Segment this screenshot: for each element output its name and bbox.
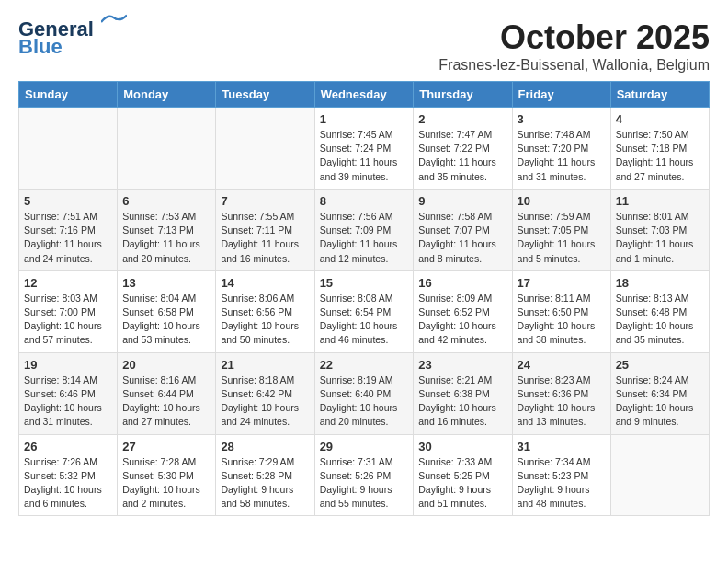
day-info: Sunrise: 7:53 AM Sunset: 7:13 PM Dayligh… <box>122 210 210 266</box>
day-info: Sunrise: 8:01 AM Sunset: 7:03 PM Dayligh… <box>616 210 704 266</box>
day-number: 8 <box>320 194 409 208</box>
day-number: 7 <box>221 194 309 208</box>
day-number: 18 <box>616 276 704 290</box>
weekday-header-thursday: Thursday <box>414 82 512 108</box>
calendar-cell: 11Sunrise: 8:01 AM Sunset: 7:03 PM Dayli… <box>610 189 709 270</box>
weekday-header-wednesday: Wednesday <box>314 82 414 108</box>
weekday-header-friday: Friday <box>512 82 610 108</box>
calendar-cell: 26Sunrise: 7:26 AM Sunset: 5:32 PM Dayli… <box>19 434 118 516</box>
day-number: 15 <box>320 276 409 290</box>
week-row-4: 19Sunrise: 8:14 AM Sunset: 6:46 PM Dayli… <box>19 352 710 434</box>
calendar-cell: 24Sunrise: 8:23 AM Sunset: 6:36 PM Dayli… <box>512 352 610 434</box>
day-number: 6 <box>122 194 210 208</box>
calendar-cell: 12Sunrise: 8:03 AM Sunset: 7:00 PM Dayli… <box>19 270 118 352</box>
calendar-cell: 5Sunrise: 7:51 AM Sunset: 7:16 PM Daylig… <box>19 189 118 270</box>
calendar-cell: 19Sunrise: 8:14 AM Sunset: 6:46 PM Dayli… <box>19 352 118 434</box>
day-number: 10 <box>518 194 606 208</box>
day-number: 28 <box>221 440 309 454</box>
calendar-cell: 28Sunrise: 7:29 AM Sunset: 5:28 PM Dayli… <box>216 434 314 516</box>
day-info: Sunrise: 7:28 AM Sunset: 5:30 PM Dayligh… <box>122 455 210 511</box>
day-info: Sunrise: 7:56 AM Sunset: 7:09 PM Dayligh… <box>320 210 409 266</box>
calendar-cell: 6Sunrise: 7:53 AM Sunset: 7:13 PM Daylig… <box>118 189 216 270</box>
day-number: 25 <box>616 358 704 372</box>
calendar-cell: 8Sunrise: 7:56 AM Sunset: 7:09 PM Daylig… <box>314 189 414 270</box>
day-info: Sunrise: 8:23 AM Sunset: 6:36 PM Dayligh… <box>518 373 606 430</box>
day-info: Sunrise: 8:11 AM Sunset: 6:50 PM Dayligh… <box>518 292 606 348</box>
day-info: Sunrise: 7:50 AM Sunset: 7:18 PM Dayligh… <box>616 128 704 184</box>
day-number: 27 <box>122 440 210 454</box>
day-info: Sunrise: 8:18 AM Sunset: 6:42 PM Dayligh… <box>221 373 309 430</box>
day-number: 9 <box>418 194 506 208</box>
calendar-cell: 2Sunrise: 7:47 AM Sunset: 7:22 PM Daylig… <box>414 108 512 190</box>
day-info: Sunrise: 8:24 AM Sunset: 6:34 PM Dayligh… <box>616 373 704 430</box>
week-row-2: 5Sunrise: 7:51 AM Sunset: 7:16 PM Daylig… <box>19 189 710 270</box>
day-info: Sunrise: 7:31 AM Sunset: 5:26 PM Dayligh… <box>320 455 409 511</box>
calendar-cell: 25Sunrise: 8:24 AM Sunset: 6:34 PM Dayli… <box>610 352 709 434</box>
day-number: 14 <box>221 276 309 290</box>
calendar-cell: 27Sunrise: 7:28 AM Sunset: 5:30 PM Dayli… <box>118 434 216 516</box>
calendar-cell: 9Sunrise: 7:58 AM Sunset: 7:07 PM Daylig… <box>414 189 512 270</box>
day-number: 31 <box>518 440 606 454</box>
weekday-header-monday: Monday <box>118 82 216 108</box>
day-number: 24 <box>518 358 606 372</box>
calendar-cell <box>19 108 118 190</box>
month-title: October 2025 <box>438 18 710 57</box>
week-row-5: 26Sunrise: 7:26 AM Sunset: 5:32 PM Dayli… <box>19 434 710 516</box>
day-number: 22 <box>320 358 409 372</box>
weekday-header-tuesday: Tuesday <box>216 82 314 108</box>
calendar-cell: 21Sunrise: 8:18 AM Sunset: 6:42 PM Dayli… <box>216 352 314 434</box>
day-number: 26 <box>24 440 112 454</box>
day-info: Sunrise: 7:33 AM Sunset: 5:25 PM Dayligh… <box>418 455 506 511</box>
calendar-cell: 10Sunrise: 7:59 AM Sunset: 7:05 PM Dayli… <box>512 189 610 270</box>
day-info: Sunrise: 7:48 AM Sunset: 7:20 PM Dayligh… <box>518 128 606 184</box>
day-info: Sunrise: 7:58 AM Sunset: 7:07 PM Dayligh… <box>418 210 506 266</box>
day-number: 12 <box>24 276 112 290</box>
calendar-cell: 29Sunrise: 7:31 AM Sunset: 5:26 PM Dayli… <box>314 434 414 516</box>
calendar-cell <box>118 108 216 190</box>
day-info: Sunrise: 8:04 AM Sunset: 6:58 PM Dayligh… <box>122 292 210 348</box>
week-row-1: 1Sunrise: 7:45 AM Sunset: 7:24 PM Daylig… <box>19 108 710 190</box>
calendar-cell: 23Sunrise: 8:21 AM Sunset: 6:38 PM Dayli… <box>414 352 512 434</box>
weekday-header-row: SundayMondayTuesdayWednesdayThursdayFrid… <box>19 82 710 108</box>
calendar-table: SundayMondayTuesdayWednesdayThursdayFrid… <box>18 81 710 516</box>
day-info: Sunrise: 8:08 AM Sunset: 6:54 PM Dayligh… <box>320 292 409 348</box>
logo: General Blue <box>18 18 127 57</box>
day-info: Sunrise: 8:21 AM Sunset: 6:38 PM Dayligh… <box>418 373 506 430</box>
day-number: 13 <box>122 276 210 290</box>
calendar-cell: 13Sunrise: 8:04 AM Sunset: 6:58 PM Dayli… <box>118 270 216 352</box>
calendar-cell: 1Sunrise: 7:45 AM Sunset: 7:24 PM Daylig… <box>314 108 414 190</box>
calendar-cell: 18Sunrise: 8:13 AM Sunset: 6:48 PM Dayli… <box>610 270 709 352</box>
title-block: October 2025 Frasnes-lez-Buissenal, Wall… <box>438 18 710 74</box>
calendar-cell: 14Sunrise: 8:06 AM Sunset: 6:56 PM Dayli… <box>216 270 314 352</box>
week-row-3: 12Sunrise: 8:03 AM Sunset: 7:00 PM Dayli… <box>19 270 710 352</box>
day-info: Sunrise: 7:55 AM Sunset: 7:11 PM Dayligh… <box>221 210 309 266</box>
calendar-cell: 17Sunrise: 8:11 AM Sunset: 6:50 PM Dayli… <box>512 270 610 352</box>
day-number: 2 <box>418 112 506 126</box>
calendar-cell <box>216 108 314 190</box>
day-number: 11 <box>616 194 704 208</box>
day-info: Sunrise: 7:29 AM Sunset: 5:28 PM Dayligh… <box>221 455 309 511</box>
day-number: 30 <box>418 440 506 454</box>
day-info: Sunrise: 7:51 AM Sunset: 7:16 PM Dayligh… <box>24 210 112 266</box>
page-header: General Blue October 2025 Frasnes-lez-Bu… <box>18 18 710 74</box>
calendar-cell: 15Sunrise: 8:08 AM Sunset: 6:54 PM Dayli… <box>314 270 414 352</box>
day-info: Sunrise: 8:13 AM Sunset: 6:48 PM Dayligh… <box>616 292 704 348</box>
day-info: Sunrise: 7:34 AM Sunset: 5:23 PM Dayligh… <box>518 455 606 511</box>
day-info: Sunrise: 8:03 AM Sunset: 7:00 PM Dayligh… <box>24 292 112 348</box>
calendar-cell: 30Sunrise: 7:33 AM Sunset: 5:25 PM Dayli… <box>414 434 512 516</box>
calendar-cell: 3Sunrise: 7:48 AM Sunset: 7:20 PM Daylig… <box>512 108 610 190</box>
day-number: 1 <box>320 112 409 126</box>
location-subtitle: Frasnes-lez-Buissenal, Wallonia, Belgium <box>438 57 710 74</box>
day-number: 16 <box>418 276 506 290</box>
calendar-cell: 31Sunrise: 7:34 AM Sunset: 5:23 PM Dayli… <box>512 434 610 516</box>
day-number: 4 <box>616 112 704 126</box>
day-info: Sunrise: 8:14 AM Sunset: 6:46 PM Dayligh… <box>24 373 112 430</box>
day-number: 20 <box>122 358 210 372</box>
calendar-cell: 16Sunrise: 8:09 AM Sunset: 6:52 PM Dayli… <box>414 270 512 352</box>
day-info: Sunrise: 8:06 AM Sunset: 6:56 PM Dayligh… <box>221 292 309 348</box>
weekday-header-saturday: Saturday <box>610 82 709 108</box>
logo-blue: Blue <box>18 37 63 57</box>
calendar-cell: 20Sunrise: 8:16 AM Sunset: 6:44 PM Dayli… <box>118 352 216 434</box>
day-number: 5 <box>24 194 112 208</box>
calendar-cell: 7Sunrise: 7:55 AM Sunset: 7:11 PM Daylig… <box>216 189 314 270</box>
